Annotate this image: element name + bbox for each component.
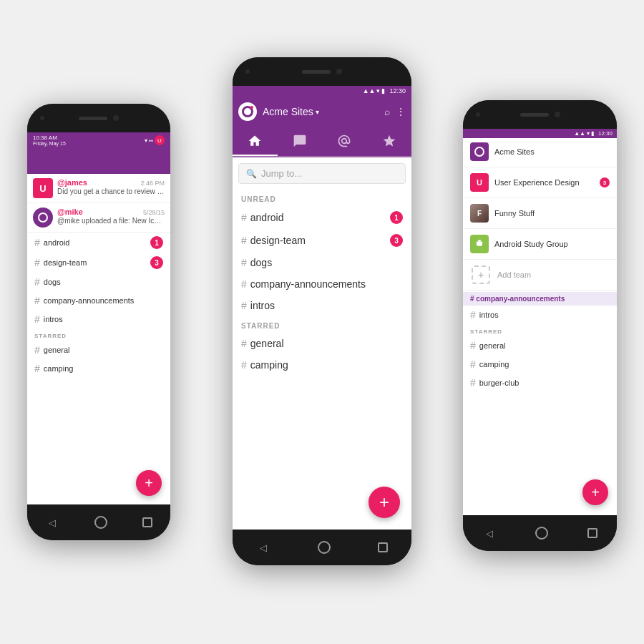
channel-name: android: [250, 212, 390, 223]
left-status-time-block: 10:38 AM Friday, May 15: [33, 135, 66, 146]
app-title-text: Acme Sites: [263, 106, 313, 117]
right-channel-general[interactable]: # general: [463, 336, 617, 355]
center-channel-intros[interactable]: # intros: [233, 295, 411, 316]
wifi-icon: ▾: [587, 130, 590, 137]
more-icon[interactable]: ⋮: [396, 106, 406, 117]
channel-name-design: design-team: [44, 258, 150, 267]
home-button[interactable]: [318, 541, 331, 554]
back-button[interactable]: ◁: [256, 540, 270, 555]
tab-mention[interactable]: [322, 127, 367, 156]
hash-icon: #: [470, 340, 476, 351]
center-app-bar: Acme Sites ▾ ⌕ ⋮: [233, 96, 411, 127]
recents-button[interactable]: [142, 517, 152, 527]
right-phone-top: [463, 100, 617, 129]
tab-star[interactable]: [367, 127, 412, 156]
hash-icon: #: [34, 295, 40, 306]
center-phone-dot: [245, 69, 250, 74]
center-search-bar[interactable]: 🔍 Jump to...: [238, 163, 406, 184]
right-phone-dot: [476, 112, 480, 117]
app-title: Acme Sites ▾: [263, 106, 384, 117]
add-team-label: Add team: [497, 270, 531, 279]
center-phone-bottom: ◁: [233, 530, 411, 565]
right-time: 12:30: [598, 130, 613, 137]
team-funny[interactable]: F Funny Stuff: [463, 200, 617, 227]
left-channel-dogs[interactable]: # dogs: [27, 273, 170, 291]
add-team[interactable]: + Add team: [463, 261, 617, 288]
divider: [463, 197, 617, 198]
left-starred-label: STARRED: [27, 328, 170, 341]
left-channel-design[interactable]: # design-team 3: [27, 253, 170, 273]
team-acme[interactable]: Acme Sites: [463, 138, 617, 165]
home-button[interactable]: [94, 516, 107, 529]
team-logo-acme: [470, 142, 489, 161]
home-button[interactable]: [535, 527, 548, 540]
center-tab-bar: [233, 127, 411, 157]
search-magnifier-icon: 🔍: [246, 169, 257, 179]
right-channel-camping[interactable]: # camping: [463, 355, 617, 374]
tab-chat[interactable]: [278, 127, 323, 156]
left-channel-company[interactable]: # company-announcements: [27, 291, 170, 310]
message-item-james[interactable]: U @james 2:46 PM Did you get a chance to…: [27, 174, 170, 203]
channel-name-company: company-announcements: [44, 296, 163, 305]
search-icon[interactable]: ⌕: [384, 106, 390, 117]
center-channel-dogs[interactable]: # dogs: [233, 252, 411, 273]
center-time: 12:30: [389, 87, 406, 94]
signal-icon: ▲▲: [574, 130, 585, 137]
message-item-mike[interactable]: @mike 5/28/15 @mike uploaded a file: New…: [27, 203, 170, 233]
left-phone-top: [27, 104, 170, 132]
back-button[interactable]: ◁: [482, 526, 497, 540]
left-channel-camping[interactable]: # camping: [27, 359, 170, 378]
right-phone-camera: [555, 112, 560, 117]
right-channel-burger[interactable]: # burger-club: [463, 374, 617, 392]
center-starred-label: STARRED: [233, 316, 411, 333]
center-status-icons: ▲▲ ▾ ▮ 12:30: [363, 87, 406, 94]
signal-icon: ▲▲: [363, 87, 376, 94]
center-channel-company[interactable]: # company-announcements: [233, 273, 411, 295]
msg-content-mike: @mike 5/28/15 @mike uploaded a file: New…: [57, 208, 165, 225]
center-channel-design[interactable]: # design-team 3: [233, 229, 411, 252]
channel-name: design-team: [250, 235, 390, 246]
left-phone: 10:38 AM Friday, May 15 ▾ ▪▪ U U @james …: [27, 104, 170, 540]
left-fab[interactable]: +: [136, 470, 162, 496]
dropdown-arrow-icon[interactable]: ▾: [316, 108, 319, 116]
badge-design: 3: [150, 256, 163, 269]
center-phone-camera: [336, 69, 342, 74]
center-channel-general[interactable]: # general: [233, 333, 411, 354]
channel-name: camping: [479, 360, 610, 369]
badge-design: 3: [390, 234, 403, 247]
right-fab[interactable]: +: [582, 479, 608, 505]
add-team-icon: +: [472, 265, 490, 284]
recents-button[interactable]: [378, 542, 388, 552]
center-fab[interactable]: +: [369, 487, 400, 518]
center-channel-android[interactable]: # android 1: [233, 206, 411, 229]
hash-icon: #: [241, 212, 247, 223]
right-channel-intros[interactable]: # intros: [463, 306, 617, 324]
left-channel-general[interactable]: # general: [27, 341, 170, 359]
back-button[interactable]: ◁: [45, 515, 59, 530]
app-bar-icons: ⌕ ⋮: [384, 106, 406, 117]
hash-icon: #: [241, 235, 247, 246]
center-phone: ▲▲ ▾ ▮ 12:30 Acme Sites ▾ ⌕: [233, 57, 411, 565]
hash-icon: #: [241, 278, 247, 290]
badge-android: 1: [390, 211, 403, 224]
hash-icon: #: [241, 300, 247, 311]
divider: [463, 259, 617, 260]
team-name-ux: User Experience Design: [494, 178, 594, 187]
recents-button[interactable]: [587, 528, 597, 538]
left-status-time: 10:38 AM: [33, 135, 66, 141]
channel-name: intros: [479, 311, 610, 319]
tab-home[interactable]: [233, 127, 278, 156]
center-channel-camping[interactable]: # camping: [233, 354, 411, 376]
left-channel-android[interactable]: # android 1: [27, 233, 170, 253]
search-placeholder-text: Jump to...: [261, 168, 302, 179]
left-channel-intros[interactable]: # intros: [27, 310, 170, 328]
center-phone-speaker: [302, 70, 331, 74]
hash-icon: #: [34, 276, 40, 288]
app-logo-dot: [250, 106, 253, 109]
app-logo: [238, 102, 257, 121]
avatar-james: U: [33, 178, 53, 198]
team-ux[interactable]: U User Experience Design 3: [463, 169, 617, 196]
msg-time-james: 2:46 PM: [140, 180, 165, 187]
wifi-icon: ▾: [376, 87, 380, 94]
team-android[interactable]: Android Study Group: [463, 230, 617, 258]
